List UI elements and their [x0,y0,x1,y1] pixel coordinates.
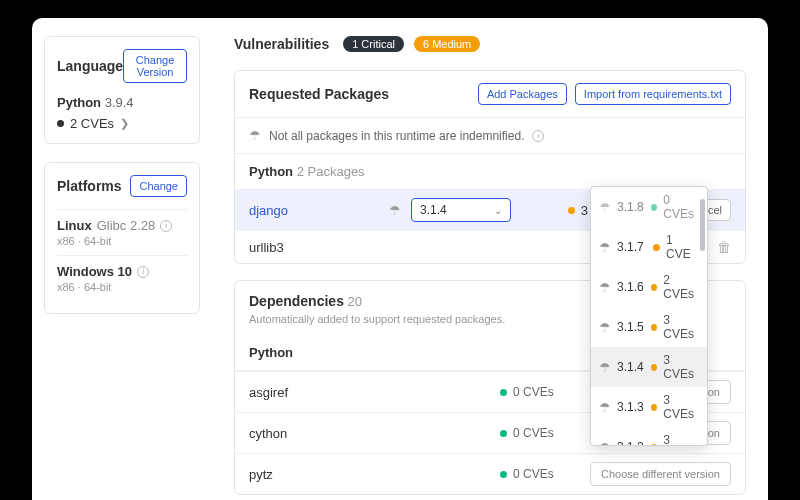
trash-icon[interactable]: 🗑 [717,239,731,255]
add-packages-button[interactable]: Add Packages [478,83,567,105]
version-select[interactable]: 3.1.4 ⌄ [411,198,511,222]
packages-subhead: Python 2 Packages [235,154,745,190]
umbrella-icon: ☂ [599,360,611,375]
dot-icon [651,324,657,331]
language-version: 3.9.4 [105,95,134,110]
dot-icon [651,204,657,211]
umbrella-icon: ☂ [389,203,401,218]
dependencies-title: Dependencies [249,293,344,309]
info-icon[interactable]: i [160,220,172,232]
scrollbar-thumb[interactable] [700,199,705,251]
version-select-value: 3.1.4 [420,203,447,217]
version-option[interactable]: ☂ 3.1.3 3 CVEs [591,387,707,427]
version-option-selected[interactable]: ☂ 3.1.4 3 CVEs [591,347,707,387]
language-cve-text: 2 CVEs [70,116,114,131]
chevron-right-icon: ❯ [120,117,129,130]
platform-arch: x86 · 64-bit [57,281,187,293]
umbrella-icon: ☂ [599,400,611,415]
package-name-link[interactable]: django [249,203,379,218]
dot-icon [500,471,507,478]
main-panel: Vulnerabilities 1 Critical 6 Medium Requ… [212,18,768,500]
umbrella-icon: ☂ [599,320,611,335]
version-dropdown[interactable]: ☂ 3.1.8 0 CVEs ☂ 3.1.7 1 CVE ☂ 3.1.6 2 C… [590,186,708,446]
platform-item: Linux Glibc 2.28 i x86 · 64-bit [57,209,187,255]
dot-icon [651,284,657,291]
info-icon[interactable]: i [532,130,544,142]
dependency-name: pytz [249,467,490,482]
platform-detail: Glibc 2.28 [97,218,156,233]
dependency-cve: 0 CVEs [500,426,580,440]
platform-item: Windows 10 i x86 · 64-bit [57,255,187,301]
sidebar: Language Change Version Python 3.9.4 2 C… [32,18,212,500]
language-name-row: Python 3.9.4 [57,95,187,110]
dot-icon [653,244,660,251]
vulnerabilities-row: Vulnerabilities 1 Critical 6 Medium [234,36,746,52]
umbrella-icon: ☂ [599,280,611,295]
platforms-card: Platforms Change Linux Glibc 2.28 i x86 … [44,162,200,314]
change-version-button[interactable]: Change Version [123,49,187,83]
critical-badge: 1 Critical [343,36,404,52]
language-name: Python [57,95,101,110]
requested-title: Requested Packages [249,86,389,102]
dot-icon [651,444,657,447]
dependency-cve: 0 CVEs [500,385,580,399]
umbrella-icon: ☂ [249,128,261,143]
version-option[interactable]: ☂ 3.1.2 3 CVEs [591,427,707,446]
language-card: Language Change Version Python 3.9.4 2 C… [44,36,200,144]
dot-icon [568,207,575,214]
app-window: Language Change Version Python 3.9.4 2 C… [32,18,768,500]
platforms-title: Platforms [57,178,122,194]
dependency-name: cython [249,426,490,441]
umbrella-icon: ☂ [599,240,611,255]
dot-icon [651,364,657,371]
indemnify-notice: ☂ Not all packages in this runtime are i… [235,118,745,154]
umbrella-icon: ☂ [599,440,611,447]
language-cve-link[interactable]: 2 CVEs ❯ [57,116,187,131]
info-icon[interactable]: i [137,266,149,278]
dot-icon [500,389,507,396]
dot-icon [500,430,507,437]
version-option[interactable]: ☂ 3.1.8 0 CVEs [591,187,707,227]
import-requirements-button[interactable]: Import from requirements.txt [575,83,731,105]
chevron-down-icon: ⌄ [494,205,502,216]
choose-version-button[interactable]: Choose different version [590,462,731,486]
notice-text: Not all packages in this runtime are ind… [269,129,524,143]
dependency-row: pytz 0 CVEs Choose different version [235,453,745,494]
version-option[interactable]: ☂ 3.1.5 3 CVEs [591,307,707,347]
dependency-cve: 0 CVEs [500,467,580,481]
platform-name: Linux [57,218,92,233]
umbrella-icon: ☂ [599,200,611,215]
package-name: urllib3 [249,240,379,255]
version-option[interactable]: ☂ 3.1.6 2 CVEs [591,267,707,307]
medium-badge: 6 Medium [414,36,480,52]
platform-name: Windows 10 [57,264,132,279]
version-option[interactable]: ☂ 3.1.7 1 CVE [591,227,707,267]
language-title: Language [57,58,123,74]
dependencies-count: 20 [348,294,362,309]
subhead-count: 2 Packages [297,164,365,179]
platform-arch: x86 · 64-bit [57,235,187,247]
subhead-label: Python [249,164,293,179]
vulnerabilities-title: Vulnerabilities [234,36,329,52]
dot-icon [651,404,657,411]
dot-icon [57,120,64,127]
change-platforms-button[interactable]: Change [130,175,187,197]
dependency-name: asgiref [249,385,490,400]
